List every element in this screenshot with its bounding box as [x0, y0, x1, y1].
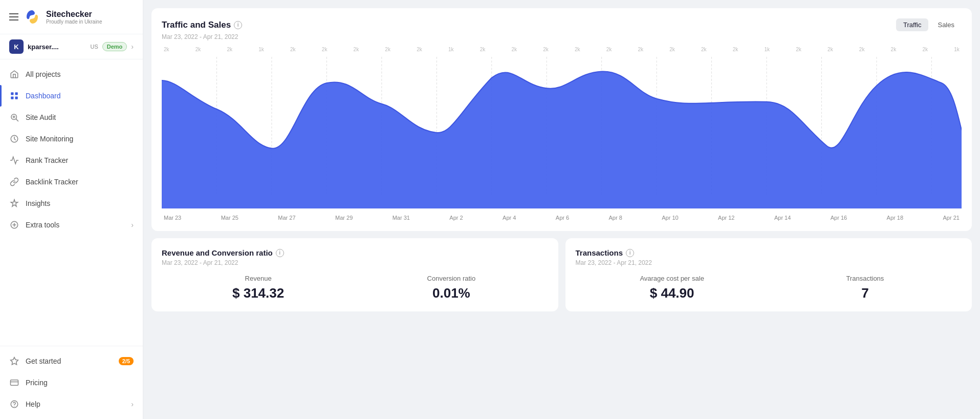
demo-badge: Demo	[102, 42, 127, 51]
help-icon	[9, 399, 19, 409]
sidebar-item-dashboard[interactable]: Dashboard	[0, 85, 143, 107]
project-chevron-icon: ›	[131, 43, 134, 51]
hamburger-menu-icon[interactable]	[9, 13, 18, 20]
transactions-count-value: 7	[769, 285, 962, 301]
chart-area: 2k 2k 2k 1k 2k 2k 2k 2k 2k 1k 2k 2k 2k 2…	[162, 47, 962, 221]
svg-rect-2	[15, 92, 18, 95]
revenue-info-icon[interactable]: i	[276, 249, 284, 257]
sidebar-item-get-started[interactable]: Get started 2/5	[0, 350, 143, 372]
insights-icon	[9, 198, 19, 208]
sidebar-item-label: All projects	[26, 70, 60, 78]
audit-icon	[9, 112, 19, 122]
app-tagline: Proudly made in Ukraine	[46, 19, 102, 25]
svg-line-6	[16, 119, 18, 121]
plus-circle-icon	[9, 220, 19, 230]
transactions-card-title: Transactions i	[576, 248, 962, 257]
revenue-card-title: Revenue and Conversion ratio i	[162, 248, 548, 257]
backlink-icon	[9, 177, 19, 187]
sidebar-item-site-audit[interactable]: Site Audit	[0, 107, 143, 128]
toggle-sales-button[interactable]: Sales	[930, 18, 962, 31]
conversion-label: Conversion ratio	[355, 275, 548, 282]
svg-rect-14	[11, 380, 18, 386]
avg-cost-metric: Avarage cost per sale $ 44.90	[576, 275, 769, 301]
project-country: US	[90, 44, 98, 50]
dashboard-icon	[9, 91, 19, 101]
sidebar-item-insights[interactable]: Insights	[0, 193, 143, 214]
sidebar-item-all-projects[interactable]: All projects	[0, 64, 143, 85]
sidebar-item-rank-tracker[interactable]: Rank Tracker	[0, 150, 143, 171]
extra-tools-chevron-icon: ›	[131, 221, 134, 229]
transactions-info-icon[interactable]: i	[626, 249, 634, 257]
chart-svg-container	[162, 57, 962, 208]
sidebar: Sitechecker Proudly made in Ukraine K kp…	[0, 0, 143, 419]
sidebar-item-help[interactable]: Help ›	[0, 393, 143, 415]
sidebar-item-label: Dashboard	[26, 92, 61, 100]
sidebar-item-label: Insights	[26, 199, 50, 207]
avg-cost-label: Avarage cost per sale	[576, 275, 769, 282]
rank-icon	[9, 155, 19, 165]
project-name: kparser....	[28, 43, 85, 51]
sidebar-item-site-monitoring[interactable]: Site Monitoring	[0, 128, 143, 150]
bottom-row: Revenue and Conversion ratio i Mar 23, 2…	[151, 238, 972, 311]
sidebar-item-label: Site Audit	[26, 113, 56, 121]
traffic-sales-card: Traffic and Sales i Traffic Sales Mar 23…	[151, 8, 972, 231]
chart-header: Traffic and Sales i Traffic Sales	[162, 18, 962, 31]
get-started-badge: 2/5	[119, 357, 134, 365]
chart-y-labels: 2k 2k 2k 1k 2k 2k 2k 2k 2k 1k 2k 2k 2k 2…	[162, 47, 962, 52]
home-icon	[9, 69, 19, 79]
conversion-metric: Conversion ratio 0.01%	[355, 275, 548, 301]
transactions-metrics: Avarage cost per sale $ 44.90 Transactio…	[576, 275, 962, 301]
get-started-label: Get started	[26, 357, 61, 365]
chart-date-range: Mar 23, 2022 - Apr 21, 2022	[162, 33, 962, 40]
get-started-icon	[9, 356, 19, 366]
area-chart-svg	[162, 57, 962, 208]
conversion-value: 0.01%	[355, 285, 548, 301]
svg-marker-13	[11, 358, 18, 365]
main-nav: All projects Dashboard	[0, 59, 143, 346]
chart-title: Traffic and Sales i	[162, 20, 242, 30]
project-selector[interactable]: K kparser.... US Demo ›	[0, 34, 143, 59]
pricing-label: Pricing	[26, 379, 48, 387]
transactions-date-range: Mar 23, 2022 - Apr 21, 2022	[576, 259, 962, 266]
transactions-card: Transactions i Mar 23, 2022 - Apr 21, 20…	[565, 238, 972, 311]
revenue-card: Revenue and Conversion ratio i Mar 23, 2…	[151, 238, 558, 311]
app-name: Sitechecker	[46, 10, 102, 19]
chart-toggle: Traffic Sales	[896, 18, 962, 31]
sidebar-item-pricing[interactable]: Pricing	[0, 372, 143, 393]
revenue-date-range: Mar 23, 2022 - Apr 21, 2022	[162, 259, 548, 266]
project-initial: K	[9, 39, 24, 54]
avg-cost-value: $ 44.90	[576, 285, 769, 301]
toggle-traffic-button[interactable]: Traffic	[896, 18, 928, 31]
sidebar-item-label: Site Monitoring	[26, 135, 73, 143]
monitoring-icon	[9, 134, 19, 144]
sidebar-item-backlink-tracker[interactable]: Backlink Tracker	[0, 171, 143, 193]
sidebar-item-extra-tools[interactable]: Extra tools ›	[0, 214, 143, 236]
sidebar-bottom: Get started 2/5 Pricing Help	[0, 346, 143, 419]
svg-rect-1	[11, 92, 13, 95]
sidebar-item-label: Rank Tracker	[26, 156, 68, 164]
revenue-metric: Revenue $ 314.32	[162, 275, 355, 301]
svg-rect-4	[15, 97, 18, 99]
logo-icon	[24, 8, 41, 26]
transactions-count-label: Transactions	[769, 275, 962, 282]
sidebar-item-label: Extra tools	[26, 221, 59, 229]
revenue-label: Revenue	[162, 275, 355, 282]
sidebar-header: Sitechecker Proudly made in Ukraine	[0, 0, 143, 34]
svg-rect-3	[11, 97, 13, 99]
traffic-info-icon[interactable]: i	[234, 21, 242, 29]
revenue-value: $ 314.32	[162, 285, 355, 301]
help-label: Help	[26, 400, 40, 408]
transactions-count-metric: Transactions 7	[769, 275, 962, 301]
pricing-icon	[9, 378, 19, 388]
chart-x-labels: Mar 23 Mar 25 Mar 27 Mar 29 Mar 31 Apr 2…	[162, 215, 962, 221]
main-content: Traffic and Sales i Traffic Sales Mar 23…	[143, 0, 980, 419]
sidebar-item-label: Backlink Tracker	[26, 178, 78, 186]
revenue-metrics: Revenue $ 314.32 Conversion ratio 0.01%	[162, 275, 548, 301]
help-chevron-icon: ›	[131, 400, 134, 408]
